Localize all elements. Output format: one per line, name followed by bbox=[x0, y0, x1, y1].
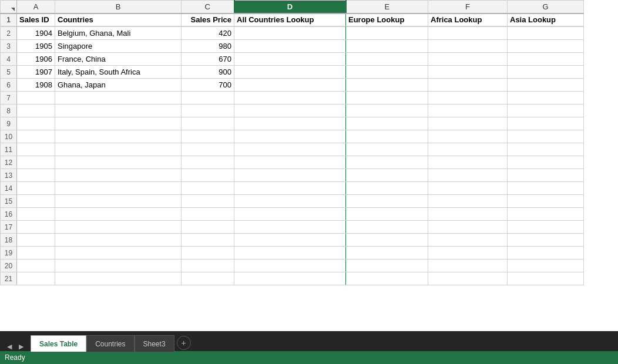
tab-nav-left[interactable]: ◀ bbox=[5, 342, 14, 351]
cell-b15[interactable] bbox=[55, 195, 182, 208]
cell-d21[interactable] bbox=[234, 272, 346, 285]
cell-a21[interactable] bbox=[17, 272, 55, 285]
cell-e3[interactable] bbox=[346, 40, 428, 53]
cell-c8[interactable] bbox=[182, 105, 234, 117]
cell-g13[interactable] bbox=[508, 169, 584, 182]
cell-a4[interactable]: 1906 bbox=[17, 53, 55, 66]
corner-select[interactable] bbox=[1, 1, 17, 14]
cell-f7[interactable] bbox=[428, 92, 508, 105]
cell-g1[interactable]: Asia Lookup bbox=[508, 14, 584, 26]
cell-f8[interactable] bbox=[428, 105, 508, 117]
cell-c7[interactable] bbox=[182, 92, 234, 105]
cell-d9[interactable] bbox=[234, 117, 346, 130]
cell-f3[interactable] bbox=[428, 40, 508, 53]
cell-d18[interactable] bbox=[234, 234, 346, 247]
cell-d11[interactable] bbox=[234, 143, 346, 156]
col-header-b[interactable]: B bbox=[55, 1, 182, 14]
cell-e2[interactable] bbox=[346, 27, 428, 40]
cell-f12[interactable] bbox=[428, 156, 508, 169]
cell-f2[interactable] bbox=[428, 27, 508, 40]
col-header-d[interactable]: D bbox=[234, 1, 346, 14]
cell-d10[interactable] bbox=[234, 130, 346, 143]
cell-e19[interactable] bbox=[346, 247, 428, 259]
cell-b19[interactable] bbox=[55, 247, 182, 259]
cell-b21[interactable] bbox=[55, 272, 182, 285]
cell-a5[interactable]: 1907 bbox=[17, 66, 55, 79]
cell-d2[interactable] bbox=[234, 27, 346, 40]
cell-a6[interactable]: 1908 bbox=[17, 79, 55, 92]
cell-b3[interactable]: Singapore bbox=[55, 40, 182, 53]
cell-b17[interactable] bbox=[55, 221, 182, 234]
cell-f10[interactable] bbox=[428, 130, 508, 143]
cell-d17[interactable] bbox=[234, 221, 346, 234]
cell-g10[interactable] bbox=[508, 130, 584, 143]
add-sheet-button[interactable]: + bbox=[177, 336, 191, 350]
cell-a8[interactable] bbox=[17, 105, 55, 117]
col-header-g[interactable]: G bbox=[508, 1, 584, 14]
cell-g16[interactable] bbox=[508, 208, 584, 221]
cell-d13[interactable] bbox=[234, 169, 346, 182]
cell-e15[interactable] bbox=[346, 195, 428, 208]
cell-f4[interactable] bbox=[428, 53, 508, 66]
cell-e11[interactable] bbox=[346, 143, 428, 156]
cell-a11[interactable] bbox=[17, 143, 55, 156]
cell-g6[interactable] bbox=[508, 79, 584, 92]
cell-e16[interactable] bbox=[346, 208, 428, 221]
cell-g9[interactable] bbox=[508, 117, 584, 130]
cell-f5[interactable] bbox=[428, 66, 508, 79]
cell-e7[interactable] bbox=[346, 92, 428, 105]
cell-a16[interactable] bbox=[17, 208, 55, 221]
cell-c12[interactable] bbox=[182, 156, 234, 169]
cell-c11[interactable] bbox=[182, 143, 234, 156]
cell-g11[interactable] bbox=[508, 143, 584, 156]
cell-b6[interactable]: Ghana, Japan bbox=[55, 79, 182, 92]
cell-e14[interactable] bbox=[346, 182, 428, 195]
cell-c17[interactable] bbox=[182, 221, 234, 234]
cell-d3[interactable] bbox=[234, 40, 346, 53]
cell-c20[interactable] bbox=[182, 259, 234, 272]
cell-d20[interactable] bbox=[234, 259, 346, 272]
cell-d5[interactable] bbox=[234, 66, 346, 79]
cell-b9[interactable] bbox=[55, 117, 182, 130]
cell-b20[interactable] bbox=[55, 259, 182, 272]
cell-g21[interactable] bbox=[508, 272, 584, 285]
cell-f11[interactable] bbox=[428, 143, 508, 156]
cell-c4[interactable]: 670 bbox=[182, 53, 234, 66]
cell-e20[interactable] bbox=[346, 259, 428, 272]
cell-g17[interactable] bbox=[508, 221, 584, 234]
cell-b10[interactable] bbox=[55, 130, 182, 143]
col-header-c[interactable]: C bbox=[182, 1, 234, 14]
cell-d16[interactable] bbox=[234, 208, 346, 221]
cell-c10[interactable] bbox=[182, 130, 234, 143]
cell-f13[interactable] bbox=[428, 169, 508, 182]
cell-c21[interactable] bbox=[182, 272, 234, 285]
col-header-e[interactable]: E bbox=[346, 1, 428, 14]
cell-g12[interactable] bbox=[508, 156, 584, 169]
cell-b8[interactable] bbox=[55, 105, 182, 117]
cell-c5[interactable]: 900 bbox=[182, 66, 234, 79]
cell-b11[interactable] bbox=[55, 143, 182, 156]
cell-g7[interactable] bbox=[508, 92, 584, 105]
cell-f19[interactable] bbox=[428, 247, 508, 259]
cell-d1[interactable]: All Countries Lookup bbox=[234, 14, 346, 26]
cell-g14[interactable] bbox=[508, 182, 584, 195]
cell-a12[interactable] bbox=[17, 156, 55, 169]
cell-e8[interactable] bbox=[346, 105, 428, 117]
cell-e21[interactable] bbox=[346, 272, 428, 285]
cell-f15[interactable] bbox=[428, 195, 508, 208]
cell-b12[interactable] bbox=[55, 156, 182, 169]
cell-d14[interactable] bbox=[234, 182, 346, 195]
cell-f14[interactable] bbox=[428, 182, 508, 195]
cell-e12[interactable] bbox=[346, 156, 428, 169]
cell-e17[interactable] bbox=[346, 221, 428, 234]
cell-b7[interactable] bbox=[55, 92, 182, 105]
cell-g3[interactable] bbox=[508, 40, 584, 53]
tab-sheet3[interactable]: Sheet3 bbox=[135, 335, 174, 352]
cell-b16[interactable] bbox=[55, 208, 182, 221]
cell-e5[interactable] bbox=[346, 66, 428, 79]
cell-a19[interactable] bbox=[17, 247, 55, 259]
cell-d8[interactable] bbox=[234, 105, 346, 117]
cell-a3[interactable]: 1905 bbox=[17, 40, 55, 53]
tab-nav-right[interactable]: ▶ bbox=[16, 342, 26, 351]
cell-b4[interactable]: France, China bbox=[55, 53, 182, 66]
